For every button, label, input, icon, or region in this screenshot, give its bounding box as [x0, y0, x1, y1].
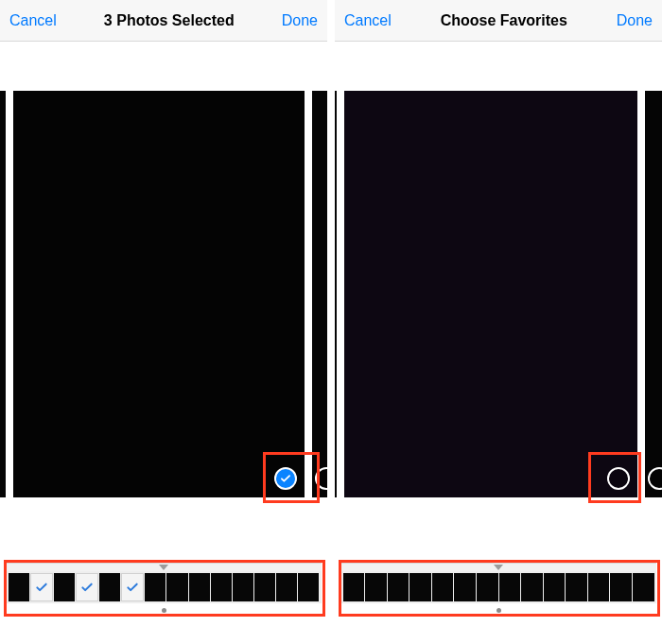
photo-next-peek[interactable] [312, 91, 327, 497]
screen-photos-selected: Cancel 3 Photos Selected Done [0, 0, 327, 644]
done-button[interactable]: Done [617, 12, 653, 29]
done-button[interactable]: Done [282, 12, 318, 29]
annotation-highlight [588, 452, 641, 503]
selection-badge-next[interactable] [648, 467, 662, 490]
cancel-button[interactable]: Cancel [9, 12, 57, 29]
nav-title: 3 Photos Selected [104, 12, 235, 29]
photo-prev-peek[interactable] [0, 91, 6, 497]
photo-carousel[interactable] [0, 91, 327, 497]
navbar: Cancel Choose Favorites Done [335, 0, 662, 42]
navbar: Cancel 3 Photos Selected Done [0, 0, 327, 42]
annotation-highlight [4, 560, 325, 617]
photo-carousel[interactable] [335, 91, 662, 497]
annotation-highlight [339, 560, 660, 617]
screen-choose-favorites: Cancel Choose Favorites Done [335, 0, 662, 644]
annotation-highlight [263, 452, 320, 503]
photo-next-peek[interactable] [645, 91, 662, 497]
photo-prev-peek[interactable] [335, 91, 337, 497]
cancel-button[interactable]: Cancel [344, 12, 392, 29]
nav-title: Choose Favorites [441, 12, 567, 29]
photo-current[interactable] [13, 91, 305, 497]
photo-current[interactable] [344, 91, 637, 497]
